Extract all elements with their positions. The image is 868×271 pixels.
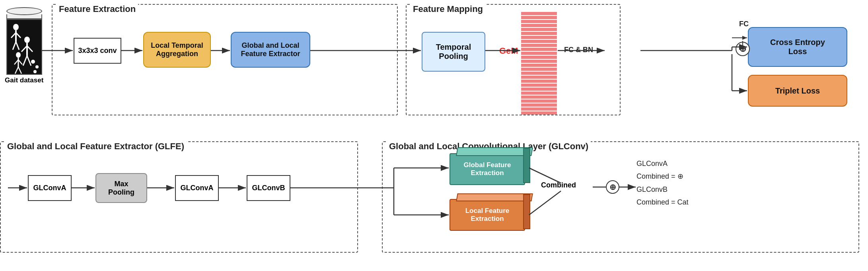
svg-point-0 <box>13 24 19 30</box>
svg-line-5 <box>16 42 19 50</box>
glconv-b-label: GLConvB <box>252 184 285 192</box>
conv-box: 3x3x3 conv <box>74 38 121 64</box>
glconv-a-box-1: GLConvA <box>28 175 72 201</box>
svg-point-18 <box>31 60 35 64</box>
legend-line1: GLConvA <box>636 157 689 170</box>
legend-line4: Combined = Cat <box>636 196 689 209</box>
global-feat-box-top <box>456 147 533 156</box>
glfe-top-box: Global and Local Feature Extractor <box>231 32 310 68</box>
glconv-a-label-1: GLConvA <box>33 184 66 192</box>
glfe-top-label: Global and Local Feature Extractor <box>241 41 300 58</box>
database-top <box>6 7 42 15</box>
svg-line-9 <box>27 46 33 52</box>
feature-extraction-label: Feature Extraction <box>56 4 138 14</box>
combined-label: Combined <box>541 181 576 189</box>
temporal-pooling-box: Temporal Pooling <box>422 32 485 72</box>
svg-line-10 <box>23 56 27 66</box>
lta-box: Local Temporal Aggregation <box>143 32 211 68</box>
glfe-section-label: Global and Local Feature Extractor (GLFE… <box>5 141 187 152</box>
local-feat-box-side <box>523 194 530 229</box>
global-feat-box-side <box>523 148 530 183</box>
gem-label: GeM <box>499 46 518 56</box>
plus-symbol-top: ⊕ <box>739 44 746 54</box>
gait-dataset: Gait dataset <box>5 7 43 84</box>
gait-silhouette <box>6 19 42 75</box>
local-feat-label: Local Feature Extraction <box>465 207 510 223</box>
svg-line-17 <box>18 67 21 74</box>
max-pooling-box: Max Pooling <box>95 173 147 203</box>
local-feat-box-top <box>456 193 533 201</box>
svg-point-20 <box>33 70 37 73</box>
glconv-a-box-2: GLConvA <box>175 175 219 201</box>
fc-label: FC <box>739 20 749 28</box>
svg-line-4 <box>13 42 16 50</box>
cross-entropy-label: Cross Entropy Loss <box>770 38 825 56</box>
diagram-container: Feature Extraction Feature Mapping <box>0 0 868 271</box>
global-feat-label: Global Feature Extraction <box>463 161 511 177</box>
glconv-b-box: GLConvB <box>247 175 290 201</box>
feature-mapping-label: Feature Mapping <box>411 4 485 14</box>
conv-label: 3x3x3 conv <box>78 47 117 55</box>
legend: GLConvA Combined = ⊕ GLConvB Combined = … <box>636 157 689 209</box>
fc-bn-label: FC & BN <box>564 46 593 54</box>
svg-line-11 <box>27 56 31 66</box>
temporal-pooling-label: Temporal Pooling <box>436 43 471 61</box>
triplet-label: Triplet Loss <box>775 86 820 96</box>
svg-point-6 <box>24 37 30 43</box>
feature-map <box>521 12 557 115</box>
svg-line-16 <box>15 67 18 74</box>
gait-dataset-label: Gait dataset <box>5 76 43 84</box>
legend-line2: Combined = ⊕ <box>636 170 689 183</box>
lta-label: Local Temporal Aggregation <box>151 41 203 58</box>
svg-point-19 <box>35 65 39 68</box>
triplet-box: Triplet Loss <box>748 75 847 107</box>
plus-circle-top: ⊕ <box>736 42 750 56</box>
svg-point-12 <box>16 52 21 58</box>
global-feat-box: Global Feature Extraction <box>450 153 525 185</box>
svg-line-8 <box>21 46 27 52</box>
max-pooling-label: Max Pooling <box>108 180 134 197</box>
legend-line3: GLConvB <box>636 183 689 196</box>
cross-entropy-box: Cross Entropy Loss <box>748 27 847 67</box>
local-feat-box: Local Feature Extraction <box>450 199 525 231</box>
glconv-a-label-2: GLConvA <box>181 184 214 192</box>
